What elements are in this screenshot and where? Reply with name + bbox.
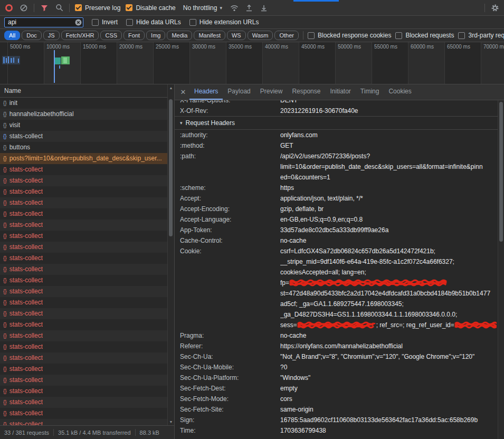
request-row[interactable]: {}posts?limit=10&order=publish_date_desc…	[0, 153, 174, 164]
request-row[interactable]: {}stats-collect	[0, 297, 174, 308]
request-row[interactable]: {}stats-collect	[0, 264, 174, 275]
filter-chip-ws[interactable]: WS	[227, 31, 246, 40]
header-value: "Windows"	[280, 373, 504, 383]
blocked-requests-checkbox[interactable]: Blocked requests	[395, 32, 454, 39]
details-tabs: HeadersPayloadPreviewResponseInitiatorTi…	[189, 84, 416, 100]
tab-timing[interactable]: Timing	[356, 84, 384, 100]
request-row[interactable]: {}stats-collect	[0, 397, 174, 408]
filter-chip-css[interactable]: CSS	[100, 31, 122, 40]
request-row[interactable]: {}stats-collect	[0, 352, 174, 364]
request-row[interactable]: {}hannahelizabethofficial	[0, 109, 174, 120]
timeline-label: 60000 ms	[411, 44, 434, 50]
filter-chip-all[interactable]: All	[4, 31, 20, 40]
export-har-button[interactable]	[259, 3, 269, 13]
clear-button[interactable]	[19, 3, 28, 13]
request-name: stats-collect	[9, 364, 43, 375]
clear-filter-icon[interactable]	[75, 19, 82, 26]
request-row[interactable]: {}stats-collect	[0, 275, 174, 286]
request-row[interactable]: {}stats-collect	[0, 231, 174, 242]
tab-payload[interactable]: Payload	[223, 84, 255, 100]
scroll-down-arrow[interactable]: ▼	[168, 420, 174, 424]
hide-extension-urls-checkbox[interactable]: Hide extension URLs	[189, 18, 259, 26]
record-button[interactable]	[4, 3, 14, 13]
scrollbar-thumb[interactable]	[169, 99, 173, 236]
request-row[interactable]: {}stats-collect	[0, 375, 174, 386]
search-button[interactable]	[54, 3, 64, 13]
filter-chip-js[interactable]: JS	[43, 31, 60, 40]
tab-preview[interactable]: Preview	[255, 84, 288, 100]
disable-cache-label: Disable cache	[136, 4, 175, 12]
clear-icon	[20, 4, 28, 12]
settings-gear-button[interactable]	[490, 3, 500, 13]
details-scrollbar[interactable]	[498, 100, 504, 439]
filter-chip-font[interactable]: Font	[123, 31, 145, 40]
filter-chip-fetch-xhr[interactable]: Fetch/XHR	[61, 31, 99, 40]
export-har-icon	[260, 4, 268, 12]
request-name: stats-collect	[9, 308, 43, 319]
tab-headers[interactable]: Headers	[189, 84, 223, 100]
header-value: gzip, deflate, br	[280, 204, 504, 214]
request-row[interactable]: {}init	[0, 98, 174, 109]
request-row[interactable]: {}stats-collect	[0, 197, 174, 208]
filter-chip-doc[interactable]: Doc	[22, 31, 42, 40]
search-icon	[55, 4, 63, 12]
request-headers-section[interactable]: ▾Request Headers	[175, 116, 504, 130]
third-party-requests-checkbox[interactable]: 3rd-party requests	[458, 32, 504, 39]
checkbox-unchecked-icon	[189, 19, 196, 26]
filter-chip-img[interactable]: Img	[146, 31, 165, 40]
request-row[interactable]: {}stats-collect	[0, 408, 174, 419]
invert-checkbox[interactable]: Invert	[92, 18, 118, 26]
request-row[interactable]: {}stats-collect	[0, 386, 174, 397]
filter-input[interactable]	[4, 17, 83, 27]
requests-scrollbar[interactable]: ▲ ▼	[167, 84, 174, 425]
throttling-select[interactable]: No throttling ▾	[181, 3, 224, 13]
filter-chip-other[interactable]: Other	[274, 31, 299, 40]
request-row[interactable]: {}stats-collect	[0, 308, 174, 319]
blocked-response-cookies-checkbox[interactable]: Blocked response cookies	[308, 32, 391, 39]
request-row[interactable]: {}stats-collect	[0, 175, 174, 186]
tab-initiator[interactable]: Initiator	[325, 84, 355, 100]
request-row[interactable]: {}stats-collect	[0, 208, 174, 219]
import-har-button[interactable]	[244, 3, 254, 13]
scroll-up-arrow[interactable]: ▲	[168, 86, 174, 90]
disable-cache-checkbox[interactable]: Disable cache	[126, 4, 175, 12]
request-name: stats-collect	[9, 164, 43, 175]
request-row[interactable]: {}stats-collect	[0, 286, 174, 297]
request-name: stats-collect	[9, 352, 43, 364]
header-row: Sec-Fetch-Dest:empty	[180, 383, 504, 394]
request-row[interactable]: {}stats-collect	[0, 364, 174, 375]
request-row[interactable]: {}stats-collect	[0, 131, 174, 142]
header-name: Accept-Language:	[180, 214, 280, 225]
request-row[interactable]: {}stats-collect	[0, 419, 174, 425]
hide-data-urls-checkbox[interactable]: Hide data URLs	[126, 18, 181, 26]
request-row[interactable]: {}stats-collect	[0, 219, 174, 231]
filter-chip-manifest[interactable]: Manifest	[194, 31, 225, 40]
tab-cookies[interactable]: Cookies	[384, 84, 416, 100]
request-row[interactable]: {}stats-collect	[0, 319, 174, 330]
request-row[interactable]: {}stats-collect	[0, 330, 174, 341]
header-value: https	[280, 183, 504, 193]
request-row[interactable]: {}stats-collect	[0, 242, 174, 253]
waterfall-bar	[13, 58, 14, 63]
request-row[interactable]: {}stats-collect	[0, 341, 174, 352]
request-row[interactable]: {}stats-collect	[0, 164, 174, 175]
filter-chip-wasm[interactable]: Wasm	[248, 31, 273, 40]
request-row[interactable]: {}stats-collect	[0, 253, 174, 264]
request-row[interactable]: {}stats-collect	[0, 186, 174, 197]
transferred-size: 35.1 kB / 4.4 MB transferred	[58, 430, 131, 436]
header-name: :scheme:	[180, 183, 280, 193]
header-value: empty	[280, 383, 504, 394]
network-conditions-button[interactable]	[230, 3, 239, 13]
request-row[interactable]: {}visit	[0, 120, 174, 131]
preserve-log-checkbox[interactable]: Preserve log	[75, 4, 120, 12]
filter-chip-media[interactable]: Media	[167, 31, 192, 40]
tab-response[interactable]: Response	[287, 84, 325, 100]
timeline-overview[interactable]: 5000 ms10000 ms15000 ms20000 ms25000 ms3…	[0, 42, 504, 84]
filter-toggle-button[interactable]	[40, 3, 49, 13]
request-row[interactable]: {}buttons	[0, 142, 174, 153]
filter-input-box	[4, 17, 83, 27]
close-details-icon[interactable]: ✕	[177, 88, 189, 96]
scrollbar-thumb[interactable]	[499, 102, 503, 242]
name-column-header[interactable]: Name	[0, 84, 174, 98]
script-icon: {}	[3, 297, 7, 308]
